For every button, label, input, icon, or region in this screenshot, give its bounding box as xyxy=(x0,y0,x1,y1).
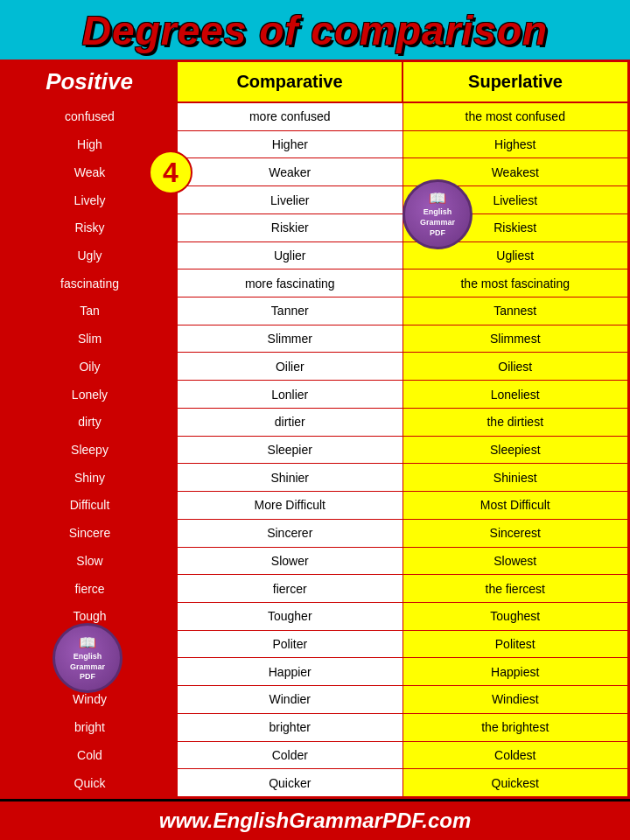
cell-positive: confused xyxy=(3,103,178,130)
cell-comparative: Happier xyxy=(178,658,403,685)
cell-comparative: Sincerer xyxy=(178,520,403,547)
main-table: Positive Comparative Superlative confuse… xyxy=(0,60,630,799)
cell-positive: Slow xyxy=(3,548,178,575)
table-row: Tough Tougher Toughest xyxy=(3,603,627,631)
table-row: Shiny Shinier Shiniest xyxy=(3,464,627,492)
badge-value: 4 xyxy=(163,157,178,189)
cell-comparative: Riskier xyxy=(178,214,403,242)
cell-positive: Oily xyxy=(3,353,178,380)
cell-superlative: Riskiest xyxy=(403,214,628,242)
cell-superlative: Slowest xyxy=(403,548,628,575)
cell-comparative: Lonlier xyxy=(178,381,403,408)
cell-positive: fascinating xyxy=(3,270,178,297)
table-row: Happy Happier Happiest xyxy=(3,658,627,686)
table-row: High Higher Highest xyxy=(3,131,627,159)
cell-positive: Slim xyxy=(3,326,178,353)
cell-comparative: Higher xyxy=(178,131,403,158)
cell-superlative: Toughest xyxy=(403,603,628,630)
header: Degrees of comparison xyxy=(0,0,630,60)
table-row: Cold Colder Coldest xyxy=(3,742,627,770)
table-row: Quick Quicker Quickest xyxy=(3,769,627,796)
cell-comparative: Sleepier xyxy=(178,437,403,464)
cell-comparative: Politer xyxy=(178,631,403,658)
cell-positive: fierce xyxy=(3,575,178,602)
table-row: bright brighter the brightest xyxy=(3,714,627,742)
table-row: fascinating more fascinating the most fa… xyxy=(3,270,627,298)
cell-superlative: Sleepiest xyxy=(403,437,628,464)
table-row: dirty dirtier the dirtiest xyxy=(3,409,627,437)
table-row: Oily Oilier Oiliest xyxy=(3,353,627,381)
cell-superlative: Quickest xyxy=(403,769,628,796)
cell-positive: Ugly xyxy=(3,242,178,270)
cell-comparative: brighter xyxy=(178,714,403,741)
cell-comparative: Slimmer xyxy=(178,326,403,353)
footer: www.EnglishGrammarPDF.com xyxy=(0,799,630,840)
cell-comparative: Tougher xyxy=(178,603,403,630)
cell-superlative: Ugliest xyxy=(403,242,628,270)
cell-positive: Lively xyxy=(3,186,178,214)
cell-positive: dirty xyxy=(3,409,178,436)
cell-superlative: Sincerest xyxy=(403,520,628,547)
cell-superlative: the fiercest xyxy=(403,575,628,602)
cell-comparative: Livelier xyxy=(178,186,403,214)
cell-positive: Lonely xyxy=(3,381,178,408)
cell-comparative: more fascinating xyxy=(178,270,403,297)
cell-superlative: Coldest xyxy=(403,742,628,769)
cell-comparative: dirtier xyxy=(178,409,403,436)
cell-comparative: Windier xyxy=(178,686,403,713)
cell-superlative: Slimmest xyxy=(403,326,628,353)
cell-positive: Windy xyxy=(3,686,178,713)
cell-superlative: the dirtiest xyxy=(403,409,628,436)
cell-positive: Sincere xyxy=(3,520,178,547)
cell-superlative: Tannest xyxy=(403,298,628,325)
table-row: Tan Tanner Tannest xyxy=(3,298,627,326)
cell-positive: Risky xyxy=(3,214,178,242)
cell-comparative: more confused xyxy=(178,103,403,130)
footer-text: www.EnglishGrammarPDF.com xyxy=(4,808,626,833)
cell-comparative: Oilier xyxy=(178,353,403,380)
table-row: Lonely Lonlier Loneliest xyxy=(3,381,627,409)
table-row: Sincere Sincerer Sincerest xyxy=(3,520,627,548)
cell-superlative: the brightest xyxy=(403,714,628,741)
cell-positive: Tough xyxy=(3,603,178,630)
cell-comparative: Quicker xyxy=(178,769,403,796)
cell-superlative: Politest xyxy=(403,631,628,658)
table-row: Risky Riskier Riskiest xyxy=(3,214,627,242)
cell-comparative: Shinier xyxy=(178,464,403,491)
cell-superlative: the most confused xyxy=(403,103,628,130)
cell-superlative: Liveliest xyxy=(403,186,628,214)
data-rows: confused more confused the most confused… xyxy=(3,103,627,796)
cell-superlative: the most fascinating xyxy=(403,270,628,297)
page-wrapper: Degrees of comparison Positive Comparati… xyxy=(0,0,630,840)
cell-superlative: Loneliest xyxy=(403,381,628,408)
cell-positive: Cold xyxy=(3,742,178,769)
cell-superlative: Oiliest xyxy=(403,353,628,380)
column-headers: Positive Comparative Superlative xyxy=(3,62,627,103)
col-superlative: Superlative xyxy=(403,62,627,102)
table-row: fierce fiercer the fiercest xyxy=(3,575,627,603)
cell-positive: Polite xyxy=(3,631,178,658)
table-row: Windy Windier Windiest xyxy=(3,686,627,714)
cell-positive: Difficult xyxy=(3,492,178,519)
cell-superlative: Most Difficult xyxy=(403,492,628,519)
cell-positive: bright xyxy=(3,714,178,741)
cell-positive: Quick xyxy=(3,769,178,796)
cell-superlative: Highest xyxy=(403,131,628,158)
table-row: Difficult More Difficult Most Difficult xyxy=(3,492,627,520)
number-badge: 4 xyxy=(149,150,192,194)
cell-comparative: Uglier xyxy=(178,242,403,270)
table-row: Weak Weaker Weakest xyxy=(3,158,627,186)
cell-comparative: More Difficult xyxy=(178,492,403,519)
table-row: Slow Slower Slowest xyxy=(3,548,627,576)
cell-positive: High xyxy=(3,131,178,158)
cell-comparative: Slower xyxy=(178,548,403,575)
cell-comparative: fiercer xyxy=(178,575,403,602)
cell-comparative: Weaker xyxy=(178,158,403,186)
table-row: confused more confused the most confused xyxy=(3,103,627,131)
cell-superlative: Weakest xyxy=(403,158,628,186)
cell-positive: Shiny xyxy=(3,464,178,491)
col-positive: Positive xyxy=(3,62,178,102)
table-row: Slim Slimmer Slimmest xyxy=(3,326,627,354)
cell-superlative: Shiniest xyxy=(403,464,628,491)
cell-positive: Happy xyxy=(3,658,178,685)
